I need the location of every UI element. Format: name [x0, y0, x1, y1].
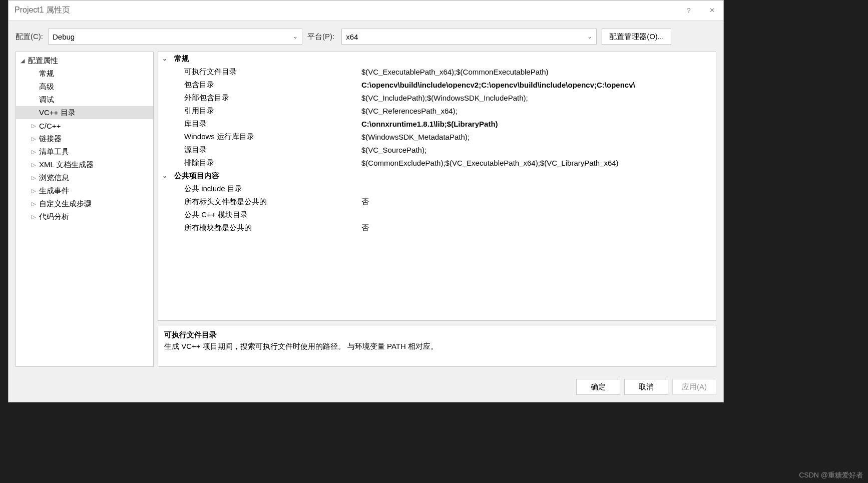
tree-item[interactable]: ▷链接器	[16, 132, 153, 145]
category-tree[interactable]: ◢ 配置属性 常规高级调试VC++ 目录▷C/C++▷链接器▷清单工具▷XML …	[16, 52, 154, 367]
apply-button[interactable]: 应用(A)	[672, 379, 716, 395]
property-row[interactable]: 库目录C:\onnxruntime1.8.1\lib;$(LibraryPath…	[158, 117, 716, 130]
expander-right-icon: ▷	[30, 188, 37, 194]
property-name: 所有模块都是公共的	[171, 223, 359, 233]
tree-item-label: 浏览信息	[39, 173, 69, 183]
tree-item[interactable]: ▷浏览信息	[16, 171, 153, 184]
help-icon: ?	[687, 7, 690, 14]
property-name: 库目录	[171, 119, 359, 129]
section-title: 常规	[171, 54, 359, 64]
tree-item[interactable]: ▷自定义生成步骤	[16, 197, 153, 210]
expander-right-icon: ▷	[30, 149, 37, 155]
expander-right-icon: ▷	[30, 162, 37, 168]
ok-button[interactable]: 确定	[576, 379, 620, 395]
tree-item[interactable]: ▷清单工具	[16, 145, 153, 158]
expander-right-icon: ▷	[30, 136, 37, 142]
section-title: 公共项目内容	[171, 171, 359, 181]
tree-item[interactable]: 调试	[16, 93, 153, 106]
chevron-down-icon: ⌄	[587, 33, 592, 40]
property-row[interactable]: Windows 运行库目录$(WindowsSDK_MetadataPath);	[158, 130, 716, 143]
watermark: CSDN @重糖爱好者	[799, 471, 863, 480]
close-icon: ✕	[709, 7, 715, 14]
property-name: 源目录	[171, 145, 359, 155]
property-row[interactable]: 可执行文件目录$(VC_ExecutablePath_x64);$(Common…	[158, 65, 716, 78]
property-name: 可执行文件目录	[171, 67, 359, 77]
tree-item-label: C/C++	[39, 122, 61, 130]
chevron-down-icon: ⌄	[293, 33, 298, 40]
tree-item-label: 清单工具	[39, 147, 69, 157]
tree-root-label: 配置属性	[28, 56, 58, 66]
property-row[interactable]: 所有标头文件都是公共的否	[158, 195, 716, 208]
property-name: 公共 C++ 模块目录	[171, 210, 359, 220]
platform-value: x64	[346, 33, 358, 41]
property-section-header[interactable]: ⌄公共项目内容	[158, 169, 716, 182]
property-name: 排除目录	[171, 158, 359, 168]
tree-item-label: 代码分析	[39, 212, 69, 222]
tree-item[interactable]: 高级	[16, 80, 153, 93]
dialog-footer: 确定 取消 应用(A)	[9, 374, 723, 402]
property-value[interactable]: C:\opencv\build\include\opencv2;C:\openc…	[359, 81, 716, 89]
tree-item-label: 生成事件	[39, 186, 69, 196]
tree-item-label: 调试	[39, 95, 54, 105]
property-grid[interactable]: ⌄常规可执行文件目录$(VC_ExecutablePath_x64);$(Com…	[158, 52, 716, 321]
property-value[interactable]: $(VC_ReferencesPath_x64);	[359, 107, 716, 115]
property-row[interactable]: 外部包含目录$(VC_IncludePath);$(WindowsSDK_Inc…	[158, 91, 716, 104]
config-label: 配置(C):	[16, 32, 43, 42]
property-value[interactable]: 否	[359, 223, 716, 233]
tree-item[interactable]: ▷XML 文档生成器	[16, 158, 153, 171]
description-text: 生成 VC++ 项目期间，搜索可执行文件时使用的路径。 与环境变量 PATH 相…	[164, 342, 710, 351]
tree-item-label: 链接器	[39, 134, 62, 144]
property-pages-dialog: Project1 属性页 ? ✕ 配置(C): Debug ⌄ 平台(P): x…	[8, 0, 724, 402]
property-value[interactable]: $(VC_IncludePath);$(WindowsSDK_IncludePa…	[359, 94, 716, 102]
property-name: Windows 运行库目录	[171, 132, 359, 142]
property-name: 外部包含目录	[171, 93, 359, 103]
expander-right-icon: ▷	[30, 175, 37, 181]
property-row[interactable]: 源目录$(VC_SourcePath);	[158, 143, 716, 156]
property-row[interactable]: 公共 C++ 模块目录	[158, 208, 716, 221]
property-row[interactable]: 包含目录C:\opencv\build\include\opencv2;C:\o…	[158, 78, 716, 91]
tree-item-label: 常规	[39, 69, 54, 79]
tree-item[interactable]: ▷生成事件	[16, 184, 153, 197]
tree-item-label: 自定义生成步骤	[39, 199, 92, 209]
tree-root[interactable]: ◢ 配置属性	[16, 54, 153, 67]
description-title: 可执行文件目录	[164, 330, 710, 340]
property-value[interactable]: $(VC_ExecutablePath_x64);$(CommonExecuta…	[359, 68, 716, 76]
property-section-header[interactable]: ⌄常规	[158, 52, 716, 65]
config-value: Debug	[53, 33, 75, 41]
window-title: Project1 属性页	[15, 5, 70, 16]
property-name: 所有标头文件都是公共的	[171, 197, 359, 207]
tree-item-label: VC++ 目录	[39, 108, 76, 118]
tree-item[interactable]: ▷C/C++	[16, 119, 153, 132]
expander-right-icon: ▷	[30, 214, 37, 220]
chevron-down-icon: ⌄	[158, 172, 171, 179]
help-button[interactable]: ?	[677, 1, 700, 21]
property-row[interactable]: 公共 include 目录	[158, 182, 716, 195]
config-manager-button[interactable]: 配置管理器(O)...	[602, 29, 671, 45]
platform-select[interactable]: x64 ⌄	[341, 29, 597, 45]
expander-right-icon: ▷	[30, 201, 37, 207]
description-panel: 可执行文件目录 生成 VC++ 项目期间，搜索可执行文件时使用的路径。 与环境变…	[158, 325, 716, 367]
property-value[interactable]: $(CommonExcludePath);$(VC_ExecutablePath…	[359, 159, 716, 167]
tree-item[interactable]: 常规	[16, 67, 153, 80]
platform-label: 平台(P):	[307, 32, 334, 42]
toolbar-row: 配置(C): Debug ⌄ 平台(P): x64 ⌄ 配置管理器(O)...	[9, 21, 723, 52]
title-bar: Project1 属性页 ? ✕	[9, 1, 723, 21]
property-row[interactable]: 引用目录$(VC_ReferencesPath_x64);	[158, 104, 716, 117]
property-row[interactable]: 排除目录$(CommonExcludePath);$(VC_Executable…	[158, 156, 716, 169]
property-value[interactable]: $(WindowsSDK_MetadataPath);	[359, 133, 716, 141]
property-name: 公共 include 目录	[171, 184, 359, 194]
property-value[interactable]: $(VC_SourcePath);	[359, 146, 716, 154]
expander-right-icon: ▷	[30, 123, 37, 129]
property-name: 包含目录	[171, 80, 359, 90]
tree-item[interactable]: ▷代码分析	[16, 210, 153, 223]
chevron-down-icon: ⌄	[158, 55, 171, 62]
cancel-button[interactable]: 取消	[624, 379, 668, 395]
tree-item[interactable]: VC++ 目录	[16, 106, 153, 119]
property-value[interactable]: C:\onnxruntime1.8.1\lib;$(LibraryPath)	[359, 120, 716, 128]
property-row[interactable]: 所有模块都是公共的否	[158, 221, 716, 234]
config-select[interactable]: Debug ⌄	[48, 29, 302, 45]
close-button[interactable]: ✕	[700, 1, 723, 21]
tree-item-label: 高级	[39, 82, 54, 92]
tree-item-label: XML 文档生成器	[39, 160, 94, 170]
property-value[interactable]: 否	[359, 197, 716, 207]
